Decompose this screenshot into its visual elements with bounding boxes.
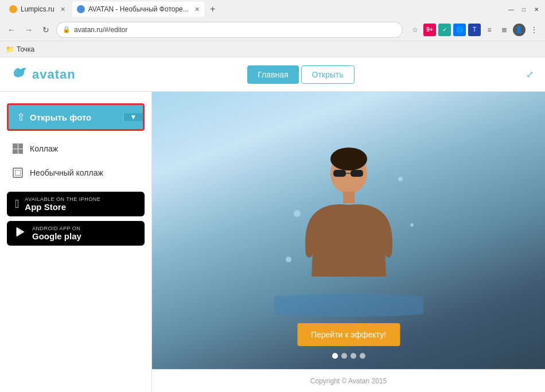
titlebar: Lumpics.ru ✕ AVATAN - Необычный Фоторе..… <box>0 0 545 18</box>
slider-dot-3[interactable] <box>351 353 356 359</box>
apple-icon:  <box>15 197 19 211</box>
bookmark-star-icon[interactable]: ☆ <box>408 24 421 36</box>
tab-favicon-lumpics <box>9 5 17 13</box>
bookmark-folder-label[interactable]: Точка <box>17 45 34 53</box>
tab-label-avatan: AVATAN - Необычный Фоторе... <box>88 5 189 13</box>
logo-bird-icon <box>11 65 29 84</box>
open-photo-label: Открыть фото <box>30 112 91 122</box>
site-footer: Copyright © Avatan 2015 <box>152 369 545 392</box>
cta-button[interactable]: Перейти к эффекту! <box>297 323 400 346</box>
collage-label: Коллаж <box>30 144 58 153</box>
back-button[interactable]: ← <box>5 23 18 37</box>
googleplay-badge-small: ANDROID APP ON <box>32 226 81 231</box>
upload-arrow-icon: ⇧ <box>17 111 25 123</box>
unusual-collage-label: Необычный коллаж <box>30 168 103 177</box>
close-button[interactable]: ✕ <box>532 5 540 13</box>
svg-point-6 <box>398 177 403 181</box>
refresh-button[interactable]: ↻ <box>39 23 53 37</box>
extension-icon-3[interactable]: 🌐 <box>453 24 466 36</box>
tab-lumpics[interactable]: Lumpics.ru ✕ <box>5 2 70 17</box>
svg-rect-2 <box>351 170 363 177</box>
nav-open-button[interactable]: Открыть <box>301 65 355 84</box>
address-input[interactable]: 🔒 avatan.ru/#/editor <box>56 22 403 38</box>
nav-home-button[interactable]: Главная <box>247 65 298 84</box>
browser-window: Lumpics.ru ✕ AVATAN - Необычный Фоторе..… <box>0 0 545 392</box>
browser-toolbar: ☆ 9+ ✓ 🌐 T ≡ ≣ 👤 ⋮ <box>408 24 540 36</box>
extension-icon-2[interactable]: ✓ <box>438 24 451 36</box>
svg-point-8 <box>410 223 414 227</box>
extension-icon-4[interactable]: T <box>468 24 481 36</box>
appstore-badge-small: Available on the iPhone <box>25 196 100 202</box>
app-badges:  Available on the iPhone App Store <box>0 185 151 253</box>
main-content: Перейти к эффекту! Copyright © Avatan 20… <box>152 92 545 392</box>
address-text: avatan.ru/#/editor <box>74 26 396 34</box>
dropdown-chevron-icon: ▼ <box>130 113 137 121</box>
copyright-text: Copyright © Avatan 2015 <box>310 377 387 385</box>
header-nav: Главная Открыть <box>247 65 354 84</box>
open-photo-main[interactable]: ⇧ Открыть фото <box>9 105 123 129</box>
slider-dot-4[interactable] <box>360 353 365 359</box>
appstore-badge[interactable]:  Available on the iPhone App Store <box>7 192 145 216</box>
maximize-button[interactable]: □ <box>520 5 528 13</box>
site-logo[interactable]: avatan <box>11 65 76 84</box>
bookmark-folder-icon: 📁 <box>6 45 14 53</box>
googleplay-badge[interactable]: ANDROID APP ON Google play <box>7 221 145 246</box>
extension-icon-1[interactable]: 9+ <box>423 24 436 36</box>
svg-point-7 <box>294 210 301 217</box>
collage-icon <box>11 142 24 155</box>
slider-dots <box>332 353 365 359</box>
tab-avatan[interactable]: AVATAN - Необычный Фоторе... ✕ <box>72 2 204 17</box>
forward-button[interactable]: → <box>22 23 36 37</box>
site-header: avatan Главная Открыть ⤢ <box>0 57 545 92</box>
googleplay-badge-large: Google play <box>32 231 81 241</box>
tab-favicon-avatan <box>77 5 85 13</box>
site-container: avatan Главная Открыть ⤢ ⇧ Открыть фото <box>0 57 545 392</box>
open-photo-dropdown-button[interactable]: ▼ <box>123 113 143 121</box>
slider-dot-1[interactable] <box>332 353 338 359</box>
address-bar: ← → ↻ 🔒 avatan.ru/#/editor ☆ 9+ ✓ 🌐 T ≡ … <box>0 18 545 41</box>
svg-point-4 <box>330 148 367 170</box>
sidebar-item-unusual-collage[interactable]: Необычный коллаж <box>0 161 151 185</box>
fullscreen-icon[interactable]: ⤢ <box>526 69 534 80</box>
sidebar: ⇧ Открыть фото ▼ <box>0 92 152 392</box>
hero-slider: Перейти к эффекту! <box>152 92 545 369</box>
svg-rect-1 <box>333 170 346 177</box>
add-tab-button[interactable]: + <box>207 3 219 15</box>
svg-rect-5 <box>343 192 355 203</box>
logo-text: avatan <box>32 67 76 82</box>
tab-close-avatan[interactable]: ✕ <box>194 6 200 13</box>
open-photo-button[interactable]: ⇧ Открыть фото ▼ <box>7 103 145 131</box>
lock-icon: 🔒 <box>63 26 71 33</box>
tab-close-lumpics[interactable]: ✕ <box>60 6 65 13</box>
unusual-collage-icon <box>11 166 24 179</box>
appstore-badge-text: Available on the iPhone App Store <box>25 196 100 212</box>
svg-point-9 <box>286 257 291 262</box>
bookmark-bar: 📁 Точка <box>0 41 545 57</box>
android-icon <box>15 226 26 240</box>
sidebar-item-collage[interactable]: Коллаж <box>0 137 151 161</box>
window-controls: — □ ✕ <box>507 5 540 13</box>
menu-icon[interactable]: ⋮ <box>528 24 540 36</box>
appstore-badge-large: App Store <box>25 202 100 212</box>
googleplay-badge-text: ANDROID APP ON Google play <box>32 226 81 241</box>
extension-icon-5[interactable]: ≡ <box>483 24 496 36</box>
slider-dot-2[interactable] <box>341 353 347 359</box>
person-illustration <box>274 145 423 317</box>
tab-label-lumpics: Lumpics.ru <box>21 5 54 13</box>
extension-icon-6[interactable]: ≣ <box>498 24 511 36</box>
svg-point-10 <box>274 294 423 317</box>
profile-icon[interactable]: 👤 <box>513 24 525 36</box>
minimize-button[interactable]: — <box>507 5 515 13</box>
site-body: ⇧ Открыть фото ▼ <box>0 92 545 392</box>
